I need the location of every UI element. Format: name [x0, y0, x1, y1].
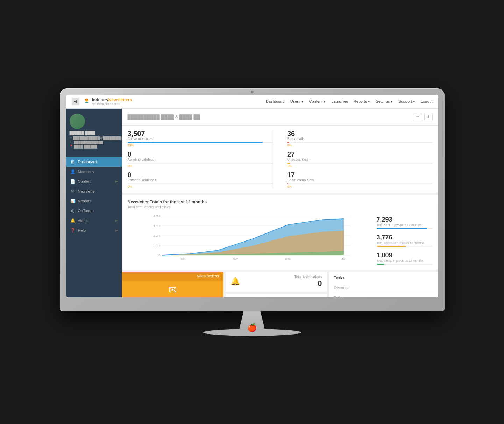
- tasks-title: Tasks: [334, 276, 433, 280]
- task-today[interactable]: Today: [334, 293, 433, 297]
- stat-bad-emails-bar: [287, 142, 433, 143]
- profile-location: 📍 ████ ██████: [70, 145, 119, 148]
- chart-stats: 7,293 Total sent in previous 12 months 3…: [377, 213, 433, 265]
- stat-bad-emails: 36 Bad emails 0%: [287, 130, 433, 147]
- chart-title: Newsletter Totals for the last 12 months: [128, 200, 433, 204]
- nav-link-launches[interactable]: Launches: [331, 99, 348, 103]
- upload-button[interactable]: ⬆: [424, 113, 433, 121]
- sidebar-item-newsletter[interactable]: ✉ Newsletter: [66, 186, 122, 196]
- svg-point-2: [87, 99, 88, 100]
- alert-total-label: Total Article Alerts: [243, 275, 322, 279]
- newsletter-icon: ✉: [70, 189, 75, 194]
- stat-unsubscribes: 27 Unsubscribes 1%: [287, 151, 433, 168]
- sidebar-item-newsletter-label: Newsletter: [78, 189, 118, 193]
- sidebar-item-content-label: Content: [78, 179, 113, 184]
- stat-spam: 17 Spam complaints 0%: [287, 171, 433, 188]
- newsletter-body: ✉ Wed, Feb 8th ● Preview Newsletter: [122, 281, 223, 297]
- stat-potential-label: Potential additions: [128, 178, 273, 182]
- avatar: [70, 114, 85, 129]
- profile-phone: 📞 █████████████: [70, 141, 119, 144]
- stat-potential: 0 Potential additions 0%: [128, 171, 273, 188]
- svg-text:0: 0: [158, 254, 160, 257]
- chart-stat-clicks-number: 1,009: [377, 252, 433, 259]
- chart-section: Newsletter Totals for the last 12 months…: [122, 195, 438, 270]
- chart-stat-opens-bar-fill: [377, 246, 406, 247]
- newsletter-header: Next Newsletter: [122, 272, 223, 281]
- svg-text:4,000: 4,000: [153, 215, 160, 218]
- sidebar-item-content[interactable]: 📄 Content ▶: [66, 177, 122, 186]
- stat-bad-emails-percent: 0%: [287, 144, 433, 147]
- sidebar-item-ontarget[interactable]: ◎ OnTarget: [66, 206, 122, 216]
- nav-logo: Industry Newsletters by newmediafirm.com: [83, 98, 132, 106]
- task-overdue[interactable]: Overdue: [334, 283, 433, 293]
- nav-link-dashboard[interactable]: Dashboard: [266, 99, 285, 103]
- nav-link-support[interactable]: Support ▾: [398, 99, 415, 104]
- alert-total-info: Total Article Alerts 0: [243, 275, 322, 288]
- nav-links: Dashboard Users ▾ Content ▾ Launches Rep…: [266, 99, 433, 104]
- monitor-camera: [251, 91, 254, 93]
- alert-24hrs: 🔔 Alerts Last 24 Hrs 0: [226, 294, 327, 297]
- stat-potential-number: 0: [128, 171, 273, 178]
- sidebar-profile: ██████ ████ ✉ ████████████@████████.███ …: [66, 109, 122, 154]
- alert-total: 🔔 Total Article Alerts 0: [226, 272, 327, 292]
- alert-total-count: 0: [243, 279, 322, 288]
- content-area: ██████████ ████ & ████ ██ ✏ ⬆: [122, 109, 438, 297]
- dashboard-icon: ⊞: [70, 159, 75, 164]
- reports-icon: 📊: [70, 199, 75, 203]
- stat-bar-fill: [128, 142, 263, 143]
- sidebar-item-alerts[interactable]: 🔔 Alerts ▶: [66, 216, 122, 225]
- sidebar-item-dashboard[interactable]: ⊞ Dashboard: [66, 157, 122, 167]
- stat-active-members: 3,507 Active members 93%: [128, 130, 273, 147]
- help-arrow-icon: ▶: [115, 229, 118, 232]
- stat-awaiting-label: Awaiting validation: [128, 158, 273, 161]
- stat-active-members-label: Active members: [128, 137, 273, 141]
- stat-awaiting-bar: [128, 163, 273, 164]
- sidebar-nav: ⊞ Dashboard 👤 Members 📄 Content: [66, 154, 122, 297]
- alerts-arrow-icon: ▶: [115, 219, 118, 222]
- sidebar-item-ontarget-label: OnTarget: [78, 209, 118, 213]
- stats-right: 36 Bad emails 0% 27: [273, 130, 433, 188]
- stat-spam-label: Spam complaints: [287, 178, 433, 182]
- nav-back-button[interactable]: ◀: [72, 98, 79, 105]
- chart-stat-sent-bar-fill: [377, 228, 427, 229]
- newsletter-envelope-icon: ✉: [128, 284, 218, 296]
- edit-button[interactable]: ✏: [414, 113, 422, 121]
- logo-icon: [83, 98, 91, 105]
- stat-unsubscribes-bar: [287, 163, 433, 164]
- sidebar-item-members[interactable]: 👤 Members: [66, 167, 122, 177]
- sidebar-item-help-label: Help: [78, 228, 113, 232]
- alert-24hrs-info: Alerts Last 24 Hrs 0: [243, 297, 322, 297]
- alert-total-icon: 🔔: [230, 277, 240, 286]
- stat-unsubscribes-label: Unsubscribes: [287, 158, 433, 161]
- top-nav: ◀ Industry Newsletter: [66, 95, 438, 109]
- stat-spam-number: 17: [287, 171, 433, 178]
- alerts-icon: 🔔: [70, 218, 75, 223]
- sidebar-item-reports[interactable]: 📊 Reports: [66, 196, 122, 206]
- profile-email: ✉ ████████████@████████.███: [70, 136, 119, 140]
- chart-container: 4,000 3,000 2,000 1,000 0: [128, 213, 433, 265]
- chart-stat-opens: 3,776 Total opens in previous 12 months: [377, 234, 433, 247]
- nav-link-users[interactable]: Users ▾: [290, 99, 304, 104]
- sidebar-item-help[interactable]: ❓ Help ▶: [66, 225, 122, 235]
- chart-subtitle: Total sent, opens and clicks: [128, 205, 433, 209]
- stat-spam-bar-fill: [287, 183, 288, 184]
- chart-stat-sent-number: 7,293: [377, 216, 433, 223]
- stat-awaiting-number: 0: [128, 151, 273, 158]
- newsletter-widget: Next Newsletter ✉ Wed, Feb 8th ● Preview…: [122, 272, 223, 297]
- chart-stat-sent-bar: [377, 228, 433, 229]
- logo-text: Industry Newsletters by newmediafirm.com: [92, 98, 132, 106]
- nav-link-content[interactable]: Content ▾: [309, 99, 326, 104]
- alert-24hrs-label: Alerts Last 24 Hrs: [243, 297, 322, 297]
- nav-link-settings[interactable]: Settings ▾: [376, 99, 393, 104]
- stat-unsubscribes-percent: 1%: [287, 164, 433, 168]
- stat-spam-percent: 0%: [287, 185, 433, 188]
- svg-point-1: [85, 99, 86, 100]
- profile-header-title: ██████████ ████ & ████ ██: [128, 114, 410, 120]
- profile-header-actions: ✏ ⬆: [414, 113, 433, 121]
- chart-stat-opens-label: Total opens in previous 12 months: [377, 241, 433, 245]
- email-icon: ✉: [70, 136, 72, 139]
- nav-link-logout[interactable]: Logout: [421, 99, 433, 103]
- stats-section: 3,507 Active members 93% 0: [122, 126, 438, 193]
- chart-stat-clicks-bar: [377, 264, 433, 265]
- nav-link-reports[interactable]: Reports ▾: [354, 99, 370, 104]
